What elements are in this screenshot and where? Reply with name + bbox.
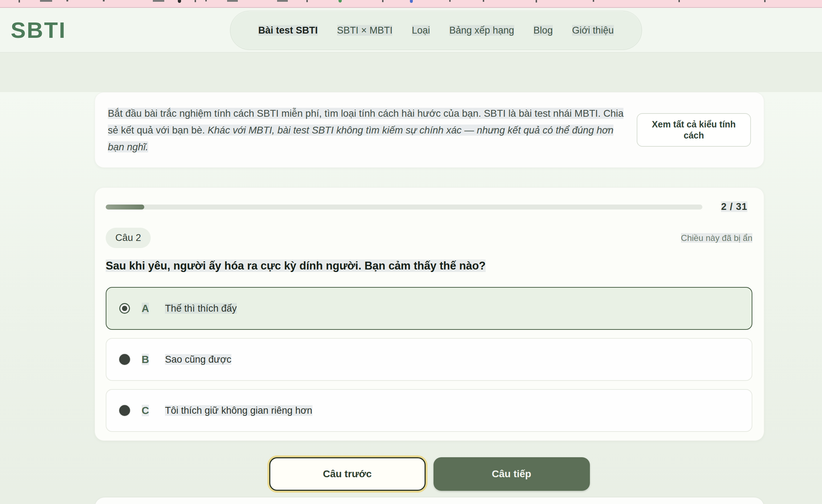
option-text: Thế thì thích đấy bbox=[165, 303, 237, 314]
dimension-hidden-note: Chiều này đã bị ẩn bbox=[681, 233, 752, 243]
bookmark-icon bbox=[382, 0, 384, 2]
options-list: A Thế thì thích đấy B Sao cũng được C Tô… bbox=[106, 287, 752, 432]
question-meta-row: Câu 2 Chiều này đã bị ẩn bbox=[106, 228, 752, 248]
bookmark-icon bbox=[449, 0, 451, 2]
nav-item-gioi-thieu[interactable]: Giới thiệu bbox=[572, 25, 614, 36]
question-number-badge: Câu 2 bbox=[106, 228, 151, 248]
option-letter: C bbox=[139, 405, 152, 417]
nav-item-sbti-x-mbti[interactable]: SBTI × MBTI bbox=[337, 25, 392, 36]
nav-item-loai[interactable]: Loại bbox=[412, 25, 430, 36]
progress-count: 2 / 31 bbox=[721, 201, 747, 212]
bookmark-icon bbox=[764, 0, 766, 2]
bookmark-icon bbox=[205, 0, 207, 1]
page-content: Bắt đầu bài trắc nghiệm tính cách SBTI m… bbox=[0, 92, 822, 504]
option-letter: A bbox=[139, 303, 152, 314]
progress-fill bbox=[106, 205, 144, 210]
bookmark-icon bbox=[40, 0, 52, 2]
bookmarks-bar bbox=[0, 0, 822, 8]
bookmark-icon bbox=[678, 0, 680, 2]
bookmark-icon bbox=[277, 0, 288, 2]
nav-item-bai-test-sbti[interactable]: Bài test SBTI bbox=[258, 25, 318, 36]
progress-row: 2 / 31 bbox=[106, 201, 752, 212]
bookmark-icon bbox=[66, 0, 68, 1]
radio-unselected-icon[interactable] bbox=[119, 354, 130, 365]
radio-selected-icon[interactable] bbox=[119, 303, 130, 314]
main-nav: Bài test SBTI SBTI × MBTI Loại Bảng xếp … bbox=[230, 11, 642, 50]
site-logo[interactable]: SBTI bbox=[11, 17, 66, 43]
option-letter: B bbox=[139, 354, 152, 366]
view-all-types-button[interactable]: Xem tất cả kiểu tính cách bbox=[637, 113, 751, 147]
intro-card: Bắt đầu bài trắc nghiệm tính cách SBTI m… bbox=[95, 92, 764, 168]
option-b[interactable]: B Sao cũng được bbox=[106, 338, 752, 381]
question-text: Sau khi yêu, người ấy hóa ra cực kỳ dính… bbox=[106, 259, 752, 272]
intro-text: Bắt đầu bài trắc nghiệm tính cách SBTI m… bbox=[108, 105, 624, 155]
option-a[interactable]: A Thế thì thích đấy bbox=[106, 287, 752, 330]
option-text: Sao cũng được bbox=[165, 354, 231, 365]
option-c[interactable]: C Tôi thích giữ không gian riêng hơn bbox=[106, 389, 752, 432]
bookmark-icon bbox=[483, 0, 484, 2]
quiz-card: 2 / 31 Câu 2 Chiều này đã bị ẩn Sau khi … bbox=[95, 187, 764, 441]
radio-unselected-icon[interactable] bbox=[119, 405, 130, 416]
progress-bar bbox=[106, 205, 702, 210]
nav-item-bang-xep-hang[interactable]: Bảng xếp hạng bbox=[449, 25, 514, 36]
bookmark-icon bbox=[593, 0, 594, 2]
bookmark-icon bbox=[227, 0, 238, 2]
bookmark-icon bbox=[178, 0, 181, 3]
quiz-nav-buttons: Câu trước Câu tiếp bbox=[95, 457, 764, 491]
bookmark-icon bbox=[536, 0, 537, 2]
bookmark-icon bbox=[410, 0, 413, 3]
next-question-button[interactable]: Câu tiếp bbox=[433, 457, 590, 491]
next-section-card-peek bbox=[95, 497, 764, 504]
bookmark-icon bbox=[19, 0, 20, 2]
previous-question-button[interactable]: Câu trước bbox=[269, 457, 426, 491]
bookmark-icon bbox=[306, 0, 308, 2]
bookmark-icon bbox=[153, 0, 164, 2]
bookmark-icon bbox=[103, 0, 105, 1]
option-text: Tôi thích giữ không gian riêng hơn bbox=[165, 405, 312, 416]
nav-item-blog[interactable]: Blog bbox=[533, 25, 553, 36]
site-header: SBTI Bài test SBTI SBTI × MBTI Loại Bảng… bbox=[0, 8, 822, 52]
bookmark-icon bbox=[195, 0, 196, 2]
bookmark-icon bbox=[339, 0, 342, 2]
